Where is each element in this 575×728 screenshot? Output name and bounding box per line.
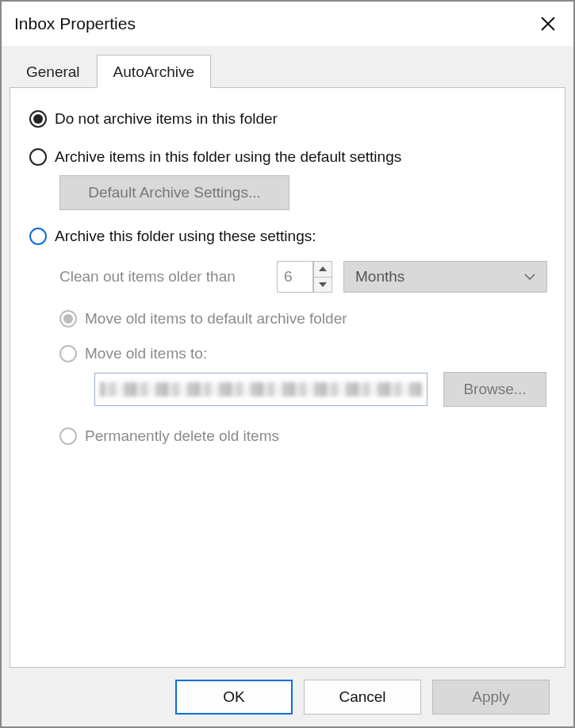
option-label: Move old items to: bbox=[85, 345, 207, 362]
default-archive-settings-button[interactable]: Default Archive Settings... bbox=[59, 175, 289, 210]
tab-panel-autoarchive: Do not archive items in this folder Arch… bbox=[10, 87, 565, 668]
cleanout-spinner[interactable] bbox=[277, 261, 332, 293]
redacted-path bbox=[100, 382, 422, 397]
apply-button[interactable]: Apply bbox=[432, 680, 550, 715]
ok-button[interactable]: OK bbox=[175, 680, 293, 715]
option-custom-archive-radio[interactable]: Archive this folder using these settings… bbox=[29, 228, 547, 245]
cancel-button[interactable]: Cancel bbox=[304, 680, 421, 715]
browse-button[interactable]: Browse... bbox=[443, 372, 546, 407]
option-label: Permanently delete old items bbox=[85, 427, 279, 445]
window-title: Inbox Properties bbox=[14, 14, 136, 33]
cleanout-unit-select[interactable]: Months bbox=[343, 261, 547, 293]
chevron-down-icon bbox=[524, 274, 535, 280]
select-value: Months bbox=[355, 268, 404, 285]
client-area: General AutoArchive Do not archive items… bbox=[2, 46, 573, 726]
radio-icon bbox=[29, 228, 47, 245]
option-default-archive-radio[interactable]: Archive items in this folder using the d… bbox=[29, 148, 547, 166]
cleanout-value-input[interactable] bbox=[277, 261, 313, 293]
dialog-button-bar: OK Cancel Apply bbox=[10, 668, 565, 726]
option-label: Move old items to default archive folder bbox=[85, 310, 347, 328]
option-label: Archive this folder using these settings… bbox=[55, 228, 316, 245]
option-do-not-archive[interactable]: Do not archive items in this folder bbox=[29, 110, 547, 128]
option-move-default[interactable]: Move old items to default archive folder bbox=[29, 310, 547, 328]
cleanout-row: Clean out items older than Months bbox=[29, 261, 547, 293]
option-label: Archive items in this folder using the d… bbox=[55, 148, 401, 166]
option-label: Do not archive items in this folder bbox=[55, 110, 278, 128]
spinner-up[interactable] bbox=[313, 261, 332, 277]
spinner-down[interactable] bbox=[313, 277, 332, 293]
radio-icon bbox=[59, 310, 77, 328]
option-custom-archive: Archive this folder using these settings… bbox=[29, 228, 547, 445]
tab-strip: General AutoArchive bbox=[10, 54, 565, 87]
move-to-path-input[interactable] bbox=[94, 373, 427, 406]
option-default-archive: Archive items in this folder using the d… bbox=[29, 148, 547, 210]
cleanout-label: Clean out items older than bbox=[59, 268, 266, 285]
radio-icon bbox=[59, 427, 77, 445]
close-button[interactable] bbox=[534, 10, 562, 38]
tab-autoarchive[interactable]: AutoArchive bbox=[97, 55, 211, 88]
option-move-to-radio[interactable]: Move old items to: bbox=[59, 345, 547, 362]
option-move-to: Move old items to: Browse... bbox=[29, 345, 547, 407]
close-icon bbox=[540, 16, 556, 32]
dialog-window: Inbox Properties General AutoArchive Do … bbox=[0, 0, 575, 728]
option-permanently-delete[interactable]: Permanently delete old items bbox=[29, 427, 547, 445]
radio-icon bbox=[29, 110, 47, 128]
titlebar: Inbox Properties bbox=[2, 2, 573, 46]
spinner-buttons bbox=[313, 261, 332, 293]
radio-icon bbox=[29, 148, 47, 166]
radio-icon bbox=[59, 345, 77, 362]
tab-general[interactable]: General bbox=[10, 56, 97, 87]
